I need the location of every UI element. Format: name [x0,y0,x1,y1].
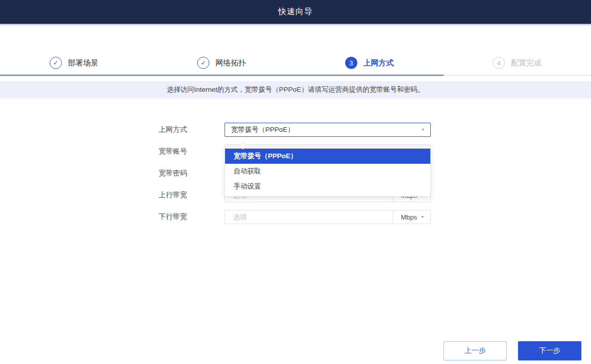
step-label: 部署场景 [68,58,98,68]
info-banner: 选择访问Internet的方式，宽带拨号（PPPoE）请填写运营商提供的宽带账号… [0,81,591,98]
chevron-down-icon: ▼ [421,128,425,132]
chevron-down-icon: ▼ [420,215,425,219]
quick-wizard-window: 快速向导 ✓ 部署场景 ✓ 网络拓扑 3 上网方式 4 配置完成 选择访问Int… [0,0,591,364]
stepper-progress-line [0,75,444,76]
step-network-topology[interactable]: ✓ 网络拓扑 [148,57,296,69]
step-number-badge: 3 [345,57,357,69]
step-number-badge: 4 [493,57,505,69]
field-label: 上行带宽 [159,191,225,200]
unit-label: Mbps [401,213,417,221]
access-mode-select[interactable]: 宽带拨号（PPPoE） ▼ [225,123,431,137]
step-deploy-scene[interactable]: ✓ 部署场景 [0,57,148,69]
form-row-access-mode: 上网方式 宽带拨号（PPPoE） ▼ [0,123,591,137]
dropdown-option-dhcp[interactable]: 自动获取 [225,164,430,179]
wizard-header: 快速向导 [0,0,591,25]
step-label: 配置完成 [511,58,541,68]
field-label: 上网方式 [159,125,225,134]
info-banner-text: 选择访问Internet的方式，宽带拨号（PPPoE）请填写运营商提供的宽带账号… [167,85,424,94]
dropdown-option-pppoe[interactable]: 宽带拨号（PPPoE） [225,149,430,164]
check-circle-icon: ✓ [197,57,209,69]
previous-step-button[interactable]: 上一步 [444,341,507,360]
field-label: 宽带密码 [159,169,225,178]
page-title: 快速向导 [278,7,313,17]
downstream-unit-select[interactable]: Mbps ▼ [393,210,430,224]
step-label: 网络拓扑 [215,58,246,68]
next-step-button[interactable]: 下一步 [518,341,581,360]
step-internet-access[interactable]: 3 上网方式 [296,57,444,69]
wizard-stepper: ✓ 部署场景 ✓ 网络拓扑 3 上网方式 4 配置完成 [0,51,591,75]
access-mode-selected-value: 宽带拨号（PPPoE） [231,125,421,134]
downstream-bandwidth-input[interactable] [225,210,393,224]
stepper-track-line [0,75,591,76]
step-config-complete[interactable]: 4 配置完成 [444,57,591,69]
form-row-downstream-bandwidth: 下行带宽 Mbps ▼ [0,210,591,224]
dropdown-option-static[interactable]: 手动设置 [225,179,430,194]
access-mode-dropdown: 宽带拨号（PPPoE） 自动获取 手动设置 [225,146,431,197]
check-circle-icon: ✓ [50,57,62,69]
field-label: 宽带账号 [159,147,225,156]
step-label: 上网方式 [363,58,394,68]
field-label: 下行带宽 [159,212,225,222]
